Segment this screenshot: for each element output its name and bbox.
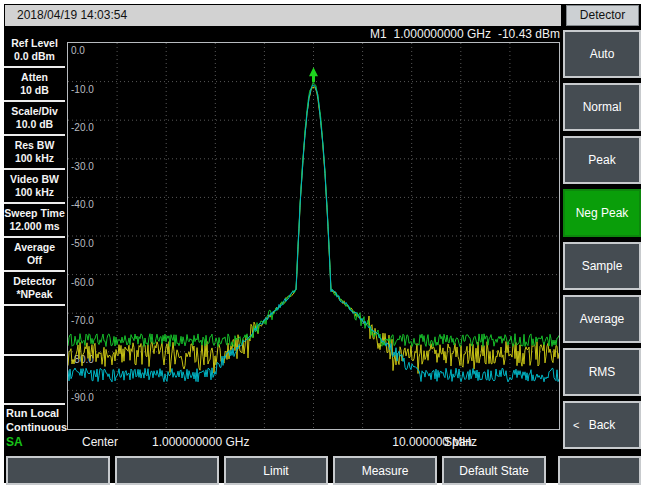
setting-sweep-time: Sweep Time 12.000 ms <box>4 204 65 238</box>
setting-detector: Detector *NPeak <box>4 272 65 306</box>
measure-button[interactable]: Measure <box>333 456 437 485</box>
y-axis-tick: -10.0 <box>71 84 94 95</box>
softkey-average[interactable]: Average <box>563 295 641 343</box>
setting-average: Average Off <box>4 238 65 272</box>
toolbar-button-6[interactable] <box>558 456 641 485</box>
spectrum-plot: 0.0-10.0-20.0-30.0-40.0-50.0-60.0-70.0-8… <box>68 43 559 429</box>
default-state-button[interactable]: Default State <box>442 456 546 485</box>
datetime-bar: 2018/04/19 14:03:54 <box>5 5 561 26</box>
setting-atten: Atten 10 dB <box>4 68 65 102</box>
marker-frequency: 1.000000000 GHz <box>394 27 491 42</box>
y-axis-tick: -70.0 <box>71 315 94 326</box>
center-label: Center <box>82 435 118 449</box>
setting-scale-div: Scale/Div 10.0 dB <box>4 102 65 136</box>
setting-video-bw: Video BW 100 kHz <box>4 170 65 204</box>
marker-arrow <box>309 67 318 82</box>
y-axis-tick: -50.0 <box>71 238 94 249</box>
setting-empty-2 <box>4 356 65 405</box>
menu-header: Detector <box>566 5 639 26</box>
marker-readout: M1 1.000000000 GHz -10.43 dBm <box>370 27 560 42</box>
toolbar-button-2[interactable] <box>115 456 219 485</box>
limit-button[interactable]: Limit <box>224 456 328 485</box>
softkey-auto[interactable]: Auto <box>563 30 641 78</box>
softkey-sample[interactable]: Sample <box>563 242 641 290</box>
status-bar: SA Center 1.000000000 GHz Span 10.000000… <box>4 432 561 454</box>
span-value: 10.000000 MHz <box>392 435 477 449</box>
y-axis-tick: -20.0 <box>71 122 94 133</box>
back-button[interactable]: < Back <box>563 401 641 449</box>
center-value: 1.000000000 GHz <box>152 435 249 449</box>
toolbar-button-1[interactable] <box>6 456 110 485</box>
y-axis-tick: -90.0 <box>71 392 94 403</box>
marker-id: M1 <box>370 27 387 42</box>
y-axis-tick: -40.0 <box>71 199 94 210</box>
trace-yellow <box>68 87 559 374</box>
setting-ref-level: Ref Level 0.0 dBm <box>4 34 65 68</box>
run-status: Run Local Continuous <box>4 405 65 435</box>
softkey-neg-peak[interactable]: Neg Peak <box>563 189 641 237</box>
setting-empty-1 <box>4 306 65 356</box>
y-axis-tick: 0.0 <box>71 45 85 56</box>
back-chevron-icon: < <box>573 419 579 431</box>
spectrum-chart: 0.0-10.0-20.0-30.0-40.0-50.0-60.0-70.0-8… <box>67 42 560 430</box>
settings-panel: Ref Level 0.0 dBm Atten 10 dB Scale/Div … <box>4 34 65 435</box>
y-axis-tick: -60.0 <box>71 277 94 288</box>
setting-res-bw: Res BW 100 kHz <box>4 136 65 170</box>
y-axis-tick: -30.0 <box>71 161 94 172</box>
analyzer-screen: 2018/04/19 14:03:54 M1 1.000000000 GHz -… <box>4 4 641 483</box>
softkey-peak[interactable]: Peak <box>563 136 641 184</box>
marker-amplitude: -10.43 dBm <box>498 27 560 42</box>
mode-badge: SA <box>6 435 23 449</box>
softkey-rms[interactable]: RMS <box>563 348 641 396</box>
softkey-normal[interactable]: Normal <box>563 83 641 131</box>
